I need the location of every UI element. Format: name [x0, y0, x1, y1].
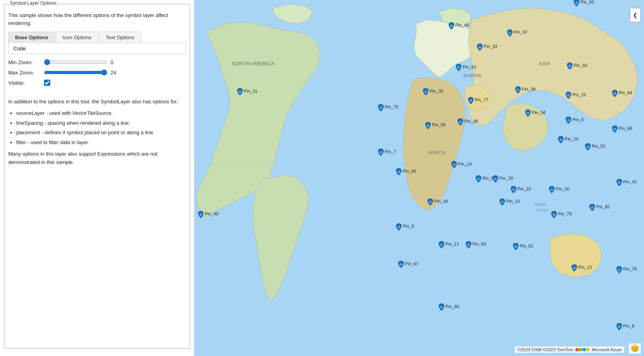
- emoji-button[interactable]: 😊: [629, 343, 641, 354]
- svg-text:Pin_53: Pin_53: [463, 65, 476, 69]
- svg-point-32: [459, 121, 462, 124]
- visible-label: Visible:: [8, 80, 44, 86]
- svg-point-50: [397, 171, 400, 173]
- svg-text:Pin_50: Pin_50: [574, 63, 587, 68]
- svg-text:Pin_57: Pin_57: [405, 261, 419, 266]
- ms-logo-red: [575, 348, 579, 351]
- svg-point-86: [440, 306, 443, 308]
- svg-point-88: [618, 326, 621, 328]
- svg-point-78: [467, 244, 470, 246]
- svg-text:Pin_14: Pin_14: [458, 162, 472, 166]
- svg-point-52: [453, 164, 455, 166]
- svg-point-28: [614, 92, 616, 95]
- info-text: In addition to the options in this tool,…: [8, 98, 186, 167]
- map-svg: NORTH AMERICA EUROPE ASIA AFRICA Indian …: [194, 0, 644, 356]
- svg-text:Pin_16: Pin_16: [556, 187, 569, 191]
- svg-point-56: [494, 177, 497, 180]
- left-panel: Symbol Layer Options This sample shows h…: [0, 0, 194, 356]
- svg-text:Pin_52: Pin_52: [592, 144, 605, 148]
- svg-text:ASIA: ASIA: [539, 61, 551, 67]
- bullet-list: sourceLayer - used with VectorTileSource…: [16, 109, 186, 147]
- svg-point-24: [567, 94, 570, 97]
- panel-border: Symbol Layer Options This sample shows h…: [4, 4, 190, 348]
- bullet-item-1: lineSpacing - spacing when rendered alon…: [16, 119, 186, 128]
- svg-point-72: [397, 226, 400, 228]
- svg-text:Pin_40: Pin_40: [205, 211, 218, 216]
- panel-legend: Symbol Layer Options: [8, 0, 58, 6]
- svg-text:Pin_24: Pin_24: [565, 137, 578, 141]
- svg-text:Pin_69: Pin_69: [619, 126, 632, 131]
- svg-text:Pin_38: Pin_38: [465, 119, 478, 124]
- svg-text:Pin_0: Pin_0: [572, 117, 583, 122]
- svg-point-22: [469, 99, 472, 102]
- tab-base[interactable]: Base Options: [8, 32, 55, 43]
- svg-text:Pin_46: Pin_46: [455, 23, 469, 27]
- svg-point-66: [618, 181, 621, 184]
- svg-point-54: [477, 177, 480, 180]
- svg-text:Pin_82: Pin_82: [596, 204, 610, 209]
- svg-text:Pin_92: Pin_92: [581, 0, 594, 4]
- svg-point-74: [400, 263, 402, 266]
- svg-point-20: [516, 89, 519, 91]
- panel-description: This sample shows how the different opti…: [8, 11, 186, 27]
- ms-logo-blue: [583, 348, 586, 351]
- svg-point-42: [425, 90, 427, 93]
- max-zoom-row: Max Zoom: 24: [8, 69, 186, 76]
- svg-text:Pin_8: Pin_8: [623, 324, 634, 328]
- bullet-item-0: sourceLayer - used with VectorTileSource…: [16, 109, 186, 118]
- svg-text:Indian: Indian: [535, 202, 547, 207]
- info-paragraph1: In addition to the options in this tool,…: [8, 98, 186, 106]
- tab-text[interactable]: Text Options: [99, 32, 141, 43]
- visible-row: Visible:: [8, 80, 186, 86]
- svg-point-48: [379, 151, 382, 154]
- ms-logo-container: [575, 348, 589, 351]
- svg-point-16: [457, 66, 460, 69]
- svg-text:Pin_61: Pin_61: [520, 244, 533, 248]
- tab-icon[interactable]: Icon Options: [56, 32, 98, 43]
- max-zoom-slider[interactable]: [44, 69, 107, 76]
- svg-text:Pin_35: Pin_35: [430, 89, 443, 93]
- svg-text:Pin_75: Pin_75: [385, 105, 398, 109]
- svg-point-34: [559, 139, 562, 141]
- svg-text:Pin_10: Pin_10: [506, 199, 520, 204]
- microsoft-logo: [575, 348, 589, 351]
- svg-text:Pin_55: Pin_55: [432, 122, 446, 127]
- info-paragraph2: Many options in this layer also support …: [8, 150, 186, 167]
- min-zoom-row: Min Zoom: 0: [8, 59, 186, 65]
- svg-text:Pin_7: Pin_7: [385, 149, 396, 154]
- svg-point-26: [526, 112, 529, 114]
- svg-text:Pin_34: Pin_34: [532, 110, 545, 115]
- svg-text:Pin_31: Pin_31: [244, 89, 257, 93]
- bullet-item-3: filter - used to filter data in layer.: [16, 139, 186, 147]
- svg-text:NORTH AMERICA: NORTH AMERICA: [232, 61, 274, 67]
- tab-code[interactable]: Code: [8, 43, 186, 54]
- collapse-button[interactable]: ❮: [630, 8, 641, 22]
- svg-text:Pin_22: Pin_22: [518, 187, 531, 191]
- svg-text:Ocean: Ocean: [535, 208, 548, 212]
- svg-point-70: [429, 201, 432, 204]
- svg-text:Pin_76: Pin_76: [623, 267, 637, 271]
- svg-point-82: [573, 267, 575, 269]
- svg-point-30: [567, 119, 570, 122]
- ms-logo-green: [579, 348, 582, 351]
- map-area[interactable]: NORTH AMERICA EUROPE ASIA AFRICA Indian …: [194, 0, 644, 356]
- max-zoom-value: 24: [111, 70, 120, 76]
- osm-attribution: ©2023 OSM ©2023 TomTom: [517, 347, 573, 352]
- svg-point-40: [238, 90, 241, 93]
- svg-text:Pin_65: Pin_65: [403, 169, 416, 173]
- svg-point-8: [450, 25, 453, 27]
- svg-text:Pin_20: Pin_20: [499, 176, 513, 181]
- svg-point-62: [501, 201, 504, 204]
- svg-point-58: [512, 188, 515, 191]
- svg-point-90: [200, 213, 202, 216]
- svg-point-14: [509, 32, 511, 34]
- svg-point-84: [618, 268, 621, 271]
- visible-checkbox[interactable]: [44, 80, 50, 86]
- ms-logo-yellow: [586, 348, 589, 351]
- map-attribution: ©2023 OSM ©2023 TomTom Microsoft Azure: [515, 346, 624, 353]
- svg-text:Pin_64: Pin_64: [619, 90, 632, 95]
- min-zoom-value: 0: [111, 59, 120, 65]
- svg-text:Pin_18: Pin_18: [434, 199, 448, 204]
- min-zoom-slider[interactable]: [44, 59, 107, 65]
- svg-point-38: [614, 128, 616, 131]
